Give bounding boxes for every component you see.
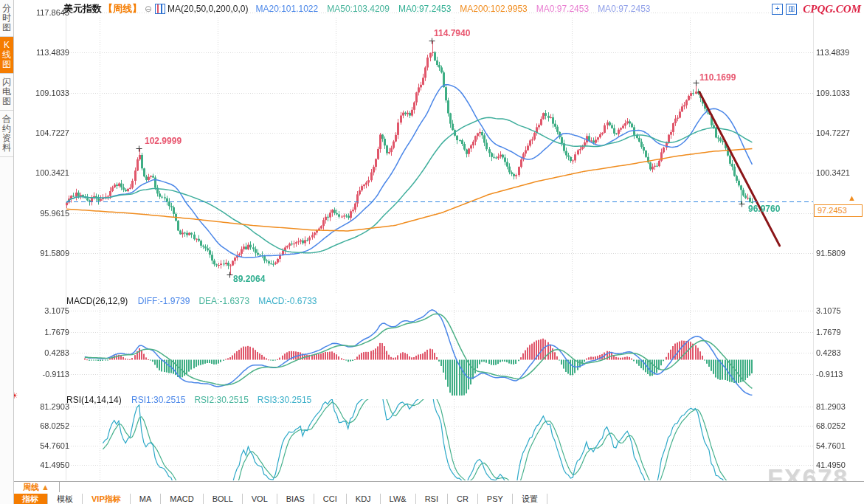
sidebar-item-0[interactable]: 分时图 <box>0 0 13 37</box>
period-tag: 【周线】 <box>103 2 142 15</box>
macd-value-1: DEA:-1.6373 <box>198 296 249 306</box>
ma-formula: MA(20,50,0,200,0,0) <box>167 4 248 14</box>
candlestick-icon <box>155 4 165 14</box>
toolbar-tab-MACD[interactable]: MACD <box>161 494 203 504</box>
symbol-title: 美元指数 <box>63 2 102 15</box>
sidebar: 分时图K线图闪电图合约资料 <box>0 0 14 504</box>
current-price-label: 97.2453 <box>814 204 863 217</box>
rsi-header: RSI(14,14,14) RSI1:30.2515RSI2:30.2515RS… <box>66 395 320 405</box>
macd-value-0: DIFF:-1.9739 <box>138 296 190 306</box>
indicator-toolbar: 指标模板VIP指标MAMACDBOLLVOLBIASCCIKDJLW&RSICR… <box>13 494 864 504</box>
rsi-value-2: RSI3:30.2515 <box>258 395 311 405</box>
toolbar-tab-PSY[interactable]: PSY <box>478 494 513 504</box>
toolbar-tab-指标[interactable]: 指标 <box>13 494 48 504</box>
chart-header: 美元指数 【周线】 ⊖ MA(20,50,0,200,0,0) MA20:101… <box>63 2 660 15</box>
toolbar-tab-CCI[interactable]: CCI <box>314 494 347 504</box>
period-selector-label: 周线 <box>23 483 39 491</box>
toolbar-tab-KDJ[interactable]: KDJ <box>347 494 381 504</box>
toolbar-tab-BOLL[interactable]: BOLL <box>204 494 243 504</box>
toolbar-tab-VOL[interactable]: VOL <box>243 494 277 504</box>
sidebar-item-2[interactable]: 闪电图 <box>0 74 13 111</box>
chart-canvas[interactable] <box>0 0 864 504</box>
toolbar-tab-VIP指标[interactable]: VIP指标 <box>83 494 131 504</box>
app-window: 分时图K线图闪电图合约资料 美元指数 【周线】 ⊖ MA(20,50,0,200… <box>0 0 864 504</box>
ma-value-0: MA20:101.1022 <box>255 4 318 14</box>
toolbar-tab-CR[interactable]: CR <box>448 494 478 504</box>
zoom-out-icon[interactable]: ⊖ <box>145 4 152 14</box>
rsi-value-1: RSI2:30.2515 <box>194 395 248 405</box>
macd-values: DIFF:-1.9739DEA:-1.6373MACD:-0.6733 <box>138 296 326 306</box>
rsi-values: RSI1:30.2515RSI2:30.2515RSI3:30.2515 <box>131 395 320 405</box>
arrow-up-icon: ▲ <box>848 193 856 202</box>
period-selector[interactable]: 周线 ▲ <box>13 482 60 492</box>
toolbar-tab-LW&[interactable]: LW& <box>381 494 416 504</box>
header-right: + ▥ CPQG.COM <box>769 3 861 15</box>
ma-value-4: MA0:97.2453 <box>536 4 589 14</box>
rsi-value-0: RSI1:30.2515 <box>131 395 185 405</box>
sidebar-item-1[interactable]: K线图 <box>0 37 13 74</box>
ma-value-3: MA200:102.9953 <box>460 4 527 14</box>
triangle-up-icon: ▲ <box>41 483 49 491</box>
toolbar-tab-模板[interactable]: 模板 <box>48 494 83 504</box>
site-logo: CPQG.COM <box>803 3 861 15</box>
toolbar-tab-RSI[interactable]: RSI <box>416 494 448 504</box>
ma-value-2: MA0:97.2453 <box>398 4 451 14</box>
chart-settings-icon[interactable]: ▥ <box>786 4 797 15</box>
ma-value-5: MA0:97.2453 <box>598 4 650 14</box>
crosshair-icon[interactable]: + <box>772 4 783 15</box>
toolbar-tab-设置[interactable]: 设置 <box>513 494 547 504</box>
toolbar-tab-MA[interactable]: MA <box>131 494 162 504</box>
ma-value-1: MA50:103.4209 <box>327 4 390 14</box>
rsi-title: RSI(14,14,14) <box>66 395 122 405</box>
macd-value-2: MACD:-0.6733 <box>258 296 317 306</box>
macd-header: MACD(26,12,9) DIFF:-1.9739DEA:-1.6373MAC… <box>66 296 326 306</box>
ma-values: MA20:101.1022MA50:103.4209MA0:97.2453MA2… <box>255 4 659 14</box>
macd-title: MACD(26,12,9) <box>66 296 128 306</box>
toolbar-tab-BIAS[interactable]: BIAS <box>277 494 314 504</box>
sidebar-item-3[interactable]: 合约资料 <box>0 111 13 157</box>
time-axis-row: 周线 ▲ <box>13 481 864 494</box>
